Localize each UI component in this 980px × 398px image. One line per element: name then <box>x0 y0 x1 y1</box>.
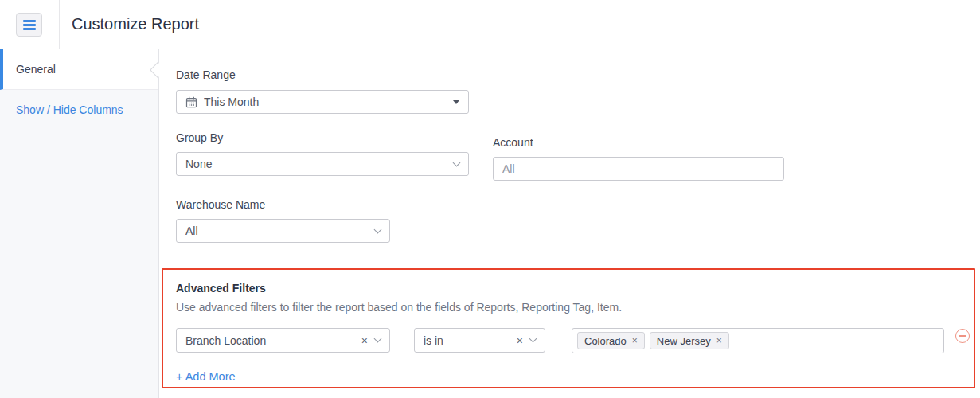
sidebar-item-label: Show / Hide Columns <box>16 103 123 116</box>
filter-values-input[interactable]: Colorado × New Jersey × <box>572 328 944 353</box>
date-range-value: This Month <box>204 96 453 108</box>
clear-x-icon[interactable]: × <box>361 335 368 346</box>
filter-field-select[interactable]: Branch Location × <box>176 328 390 353</box>
chevron-down-icon <box>374 225 382 233</box>
remove-circle-icon <box>959 335 966 337</box>
hamburger-icon <box>23 20 36 22</box>
account-label: Account <box>493 136 533 149</box>
sidebar-item-general[interactable]: General <box>0 49 158 90</box>
group-by-select[interactable]: None <box>176 152 469 176</box>
warehouse-name-value: All <box>185 224 375 237</box>
tag-label: Colorado <box>584 335 627 347</box>
date-range-select[interactable]: This Month <box>176 90 469 114</box>
date-range-label: Date Range <box>176 68 236 81</box>
remove-tag-icon[interactable]: × <box>716 336 722 345</box>
filter-operator-select[interactable]: is in × <box>414 328 545 353</box>
warehouse-name-select[interactable]: All <box>176 219 390 243</box>
filter-value-tag: New Jersey × <box>650 332 729 349</box>
group-by-label: Group By <box>176 131 223 144</box>
sidebar-item-show-hide-columns[interactable]: Show / Hide Columns <box>0 90 158 131</box>
chevron-down-icon <box>374 335 382 343</box>
advanced-filters-title: Advanced Filters <box>176 282 266 295</box>
tag-label: New Jersey <box>657 335 711 347</box>
sidebar-item-label: General <box>16 63 56 76</box>
group-by-value: None <box>185 158 454 170</box>
sidebar: General Show / Hide Columns <box>0 49 159 398</box>
chevron-down-icon <box>529 335 537 343</box>
calendar-icon <box>185 96 197 108</box>
filter-value-tag: Colorado × <box>577 332 645 349</box>
caret-down-icon <box>453 100 459 104</box>
hamburger-icon <box>23 24 36 26</box>
remove-filter-row-button[interactable] <box>955 329 970 343</box>
customize-report-page: Customize Report General Show / Hide Col… <box>0 0 980 398</box>
filter-operator-value: is in <box>424 334 517 347</box>
remove-tag-icon[interactable]: × <box>632 336 638 345</box>
menu-button[interactable] <box>16 13 42 37</box>
page-title: Customize Report <box>72 0 199 49</box>
hamburger-icon <box>23 28 36 30</box>
add-more-link[interactable]: + Add More <box>176 370 236 383</box>
account-input[interactable] <box>493 157 784 181</box>
chevron-down-icon <box>453 158 461 166</box>
filter-field-value: Branch Location <box>185 334 361 347</box>
header-divider <box>59 0 60 49</box>
header: Customize Report <box>0 0 980 49</box>
clear-x-icon[interactable]: × <box>517 335 523 346</box>
advanced-filters-description: Use advanced filters to filter the repor… <box>176 301 622 314</box>
warehouse-name-label: Warehouse Name <box>176 198 265 211</box>
